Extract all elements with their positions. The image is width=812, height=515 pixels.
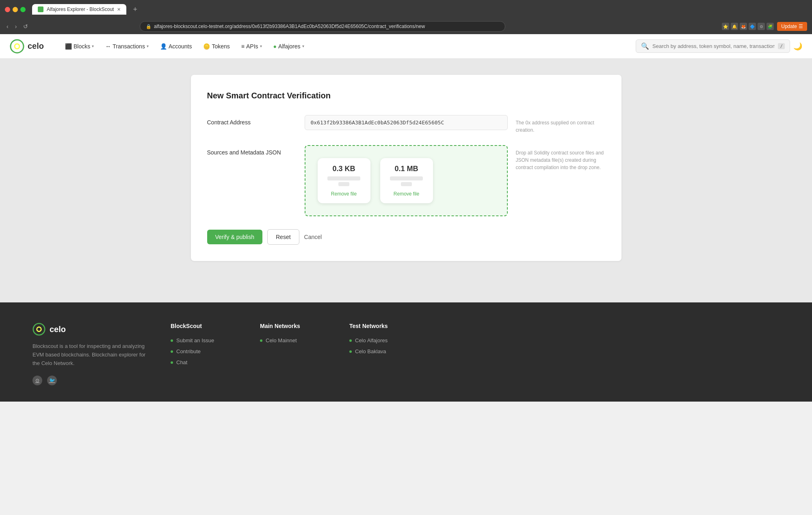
footer-link-chat[interactable]: Chat: [171, 359, 236, 365]
file1-remove-button[interactable]: Remove file: [331, 191, 357, 197]
nav-item-apis[interactable]: ≡ APIs ▾: [236, 40, 267, 53]
transactions-icon: ↔: [105, 43, 111, 50]
bullet-icon: [349, 339, 352, 342]
footer-logo: celo: [32, 323, 146, 336]
reset-button[interactable]: Reset: [267, 229, 299, 245]
page-title: New Smart Contract Verification: [207, 91, 605, 100]
contract-address-input[interactable]: [305, 115, 508, 130]
bullet-icon: [260, 339, 262, 342]
bullet-icon: [171, 350, 173, 353]
ext-icon-5[interactable]: ⚙: [758, 23, 765, 30]
nav-transactions-label: Transactions: [113, 43, 145, 50]
submit-issue-label: Submit an Issue: [176, 337, 214, 343]
contribute-label: Contribute: [176, 348, 201, 354]
chat-label: Chat: [176, 359, 187, 365]
svg-point-3: [37, 327, 41, 332]
file1-name-bar-small: [338, 182, 349, 186]
address-bar[interactable]: 🔒 alfajores-blockscout.celo-testnet.org/…: [140, 21, 505, 32]
ext-icon-4[interactable]: 🔷: [749, 23, 756, 30]
sources-row: Sources and Metadata JSON 0.3 KB Remove …: [207, 145, 605, 216]
github-icon: ⊙: [35, 378, 39, 383]
tokens-icon: 🪙: [203, 43, 210, 50]
nav-back-button[interactable]: ‹: [5, 22, 10, 31]
file-card-1: 0.3 KB Remove file: [318, 158, 370, 203]
footer: celo Blockscout is a tool for inspecting…: [0, 302, 812, 402]
ext-icon-3[interactable]: 🦊: [740, 23, 747, 30]
verify-publish-button[interactable]: Verify & publish: [207, 230, 263, 244]
footer-col-blockscout: BlockScout Submit an Issue Contribute Ch…: [171, 323, 236, 370]
file1-size: 0.3 KB: [332, 165, 355, 173]
tab-close-button[interactable]: ✕: [117, 7, 121, 12]
nav-menu: ⬛ Blocks ▾ ↔ Transactions ▾ 👤 Accounts 🪙…: [60, 40, 636, 53]
url-text: alfajores-blockscout.celo-testnet.org/ad…: [154, 24, 425, 29]
footer-link-submit-issue[interactable]: Submit an Issue: [171, 337, 236, 343]
ext-icon-6[interactable]: 🧩: [767, 23, 774, 30]
bullet-icon: [349, 350, 352, 353]
accounts-icon: 👤: [160, 43, 167, 50]
browser-titlebar: Alfajores Explorer - BlockScout ✕ +: [0, 0, 812, 19]
footer-link-celo-alfajores[interactable]: Celo Alfajores: [349, 337, 414, 343]
address-bar-row: ‹ › ↺ 🔒 alfajores-blockscout.celo-testne…: [0, 19, 812, 34]
sources-hint: Drop all Solidity contract source files …: [516, 145, 605, 171]
twitter-icon: 🐦: [49, 378, 55, 383]
logo-icon: [10, 39, 24, 54]
search-bar[interactable]: 🔍 /: [636, 39, 790, 53]
footer-test-networks-title: Test Networks: [349, 323, 414, 329]
new-tab-button[interactable]: +: [130, 5, 141, 14]
ext-icon-1[interactable]: ⭐: [722, 23, 729, 30]
nav-item-transactions[interactable]: ↔ Transactions ▾: [100, 40, 154, 53]
footer-link-celo-mainnet[interactable]: Celo Mainnet: [260, 337, 325, 343]
nav-blocks-label: Blocks: [74, 43, 90, 50]
sources-field: 0.3 KB Remove file 0.1 MB Remove file: [305, 145, 508, 216]
extension-icons: ⭐ 🔔 🦊 🔷 ⚙ 🧩: [722, 23, 774, 30]
cancel-button[interactable]: Cancel: [304, 234, 322, 240]
dark-mode-toggle[interactable]: 🌙: [793, 42, 802, 51]
footer-blockscout-title: BlockScout: [171, 323, 236, 329]
traffic-light-red[interactable]: [5, 7, 10, 12]
footer-col-main-networks: Main Networks Celo Mainnet: [260, 323, 325, 348]
footer-link-celo-baklava[interactable]: Celo Baklava: [349, 348, 414, 354]
browser-chrome: Alfajores Explorer - BlockScout ✕ + ‹ › …: [0, 0, 812, 34]
file2-name-bar-small: [401, 182, 412, 186]
logo-text: celo: [28, 41, 44, 51]
bullet-icon: [171, 339, 173, 342]
celo-baklava-label: Celo Baklava: [355, 348, 386, 354]
github-link[interactable]: ⊙: [32, 376, 42, 385]
twitter-link[interactable]: 🐦: [47, 376, 57, 385]
app-header: celo ⬛ Blocks ▾ ↔ Transactions ▾ 👤 Accou…: [0, 34, 812, 59]
search-input[interactable]: [652, 43, 775, 49]
main-content: New Smart Contract Verification Contract…: [0, 59, 812, 302]
file2-remove-button[interactable]: Remove file: [394, 191, 419, 197]
logo-link[interactable]: celo: [10, 39, 44, 54]
footer-description: Blockscout is a tool for inspecting and …: [32, 342, 146, 367]
action-row: Verify & publish Reset Cancel: [207, 229, 605, 245]
footer-link-contribute[interactable]: Contribute: [171, 348, 236, 354]
ext-icon-2[interactable]: 🔔: [731, 23, 738, 30]
bullet-icon: [171, 361, 173, 364]
nav-tokens-label: Tokens: [212, 43, 230, 50]
nav-item-blocks[interactable]: ⬛ Blocks ▾: [60, 40, 99, 53]
browser-tab[interactable]: Alfajores Explorer - BlockScout ✕: [32, 4, 126, 15]
update-menu-icon: ☰: [799, 24, 803, 29]
tab-favicon: [38, 7, 43, 12]
drop-zone[interactable]: 0.3 KB Remove file 0.1 MB Remove file: [305, 145, 508, 216]
transactions-dropdown-icon: ▾: [147, 44, 149, 48]
contract-address-field: [305, 115, 508, 130]
file2-name-bar: [390, 176, 423, 180]
nav-item-alfajores[interactable]: ● Alfajores ▾: [269, 40, 309, 53]
search-shortcut: /: [778, 43, 785, 49]
traffic-light-green[interactable]: [20, 7, 26, 12]
nav-forward-button[interactable]: ›: [13, 22, 19, 31]
apis-dropdown-icon: ▾: [260, 44, 262, 48]
nav-item-tokens[interactable]: 🪙 Tokens: [198, 40, 234, 53]
nav-item-accounts[interactable]: 👤 Accounts: [155, 40, 197, 53]
update-button[interactable]: Update ☰: [777, 22, 807, 31]
footer-inner: celo Blockscout is a tool for inspecting…: [32, 323, 780, 385]
alfajores-dropdown-icon: ▾: [302, 44, 304, 48]
form-card: New Smart Contract Verification Contract…: [191, 75, 621, 261]
contract-address-hint: The 0x address supplied on contract crea…: [516, 115, 605, 134]
blocks-dropdown-icon: ▾: [92, 44, 94, 48]
traffic-light-yellow[interactable]: [13, 7, 18, 12]
footer-brand: celo Blockscout is a tool for inspecting…: [32, 323, 146, 385]
nav-refresh-button[interactable]: ↺: [22, 22, 30, 31]
